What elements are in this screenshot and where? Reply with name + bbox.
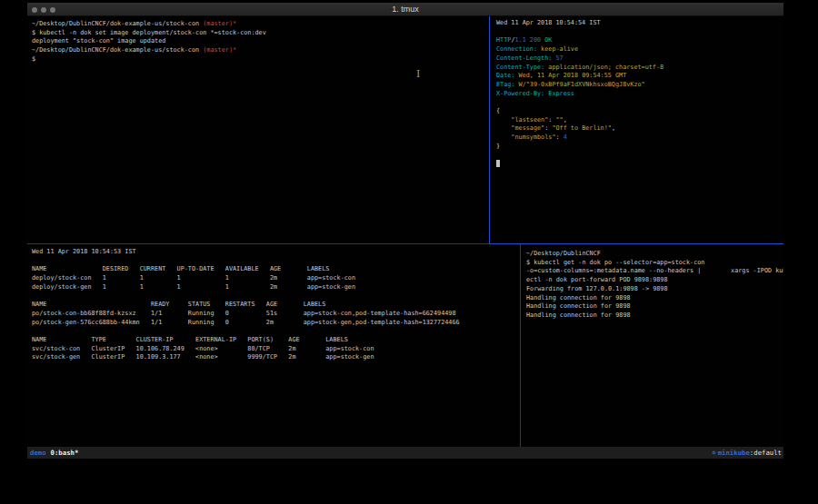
terminal-text: po/stock-gen-576cc688bb-44kmn 1/1 Runnin… — [32, 319, 460, 326]
terminal-text: svc/stock-gen ClusterIP 10.109.3.177 <no… — [32, 353, 374, 361]
terminal-line — [496, 28, 783, 37]
terminal-line: HTTP/1.1 200 OK — [496, 36, 783, 45]
mouse-text-cursor-icon: I — [416, 68, 420, 80]
terminal-cursor — [496, 160, 500, 167]
terminal-text: "lastseen" — [496, 116, 548, 124]
terminal-line — [32, 257, 520, 266]
terminal-line: X-Powered-By: Express — [496, 90, 783, 99]
terminal-line: Handling connection for 9898 — [526, 302, 783, 311]
terminal-text: , — [612, 124, 615, 132]
terminal-text: application/json; charset=utf-8 — [548, 64, 663, 71]
terminal-line: $ kubectl -n dok set image deployment/st… — [32, 29, 489, 38]
terminal-text: deploy/stock-gen 1 1 1 1 2m app=stock-ge… — [32, 283, 355, 291]
terminal-line: Date: Wed, 11 Apr 2018 09:54:55 GMT — [496, 72, 783, 81]
terminal-line: Content-Length: 57 — [496, 54, 783, 64]
terminal-text: Handling connection for 9898 — [526, 294, 631, 301]
terminal-text: po/stock-con-bb68f88fd-kzsxz 1/1 Running… — [32, 310, 456, 317]
terminal-line: ETag: W/"39-0xBPf9aF1dXVNkhsxoBQgJ8vKzo" — [496, 81, 783, 90]
terminal-line: deploy/stock-con 1 1 1 1 2m app=stock-co… — [32, 274, 520, 283]
terminal-text: Content-Length: — [496, 54, 552, 62]
terminal-line — [496, 152, 783, 161]
terminal-text: "" — [555, 116, 563, 124]
terminal-text: "numsymbols" — [496, 133, 555, 141]
pane-port-forward[interactable]: ~/Desktop/DublinCNCF$ kubectl get -n dok… — [521, 244, 783, 447]
terminal-text: ~/Desktop/DublinCNCF/dok-example-us/stoc… — [32, 46, 203, 54]
terminal-text: 57 — [555, 54, 563, 62]
terminal-text: { — [496, 107, 500, 114]
terminal-text: OK — [544, 36, 552, 44]
terminal-text: deploy/stock-con 1 1 1 1 2m app=stock-co… — [32, 274, 355, 282]
window-tab-bash[interactable]: 0:bash* — [51, 447, 79, 459]
terminal-line: "lastseen": "", — [496, 116, 783, 125]
terminal-text: Date: — [496, 72, 514, 79]
terminal-text: , — [564, 116, 567, 124]
terminal-text: svc/stock-con ClusterIP 10.106.78.249 <n… — [32, 345, 374, 352]
kube-namespace-label: :default — [750, 447, 782, 459]
terminal-text: ectl -n dok port-forward POD 9898:9898 — [526, 276, 668, 283]
terminal-line: ~/Desktop/DublinCNCF/dok-example-us/stoc… — [32, 20, 489, 29]
terminal-line: deploy/stock-gen 1 1 1 1 2m app=stock-ge… — [32, 283, 520, 292]
terminal-line: svc/stock-gen ClusterIP 10.109.3.177 <no… — [32, 353, 520, 362]
terminal-line: Wed 11 Apr 2018 10:54:53 IST — [32, 248, 520, 257]
desktop-background: 1. tmux ~/Desktop/DublinCNCF/dok-example… — [0, 0, 818, 504]
terminal-text: Wed 11 Apr 2018 10:54:53 IST — [32, 248, 136, 255]
window-titlebar[interactable]: 1. tmux — [27, 3, 783, 16]
tmux-status-bar: demo 0:bash* ☸ minikube :default — [27, 447, 783, 459]
terminal-line: Forwarding from 127.0.0.1:9898 -> 9898 — [526, 285, 783, 294]
terminal-line — [32, 292, 520, 301]
terminal-line: "message": "Off to Berlin!", — [496, 124, 783, 133]
terminal-line: svc/stock-con ClusterIP 10.106.78.249 <n… — [32, 345, 520, 354]
terminal-text: X-Powered-By: — [496, 90, 544, 97]
session-name: demo — [30, 447, 46, 459]
terminal-text: ETag: — [496, 81, 514, 88]
terminal-line: deployment "stock-con" image updated — [32, 37, 489, 46]
terminal-text: Handling connection for 9898 — [526, 311, 631, 319]
terminal-line: NAME DESIRED CURRENT UP-TO-DATE AVAILABL… — [32, 265, 520, 274]
terminal-text: HTTP — [496, 36, 511, 44]
terminal-text: Handling connection for 9898 — [526, 302, 631, 310]
pane-border-vertical-bottom[interactable] — [520, 244, 521, 447]
terminal-line: { — [496, 107, 783, 116]
pane-border-vertical-top[interactable] — [489, 16, 490, 244]
terminal-text: } — [496, 143, 500, 150]
window-title: 1. tmux — [27, 3, 783, 16]
pane-border-horizontal-right-active[interactable] — [490, 243, 783, 244]
terminal-text: Connection: — [496, 45, 537, 53]
terminal-text: (master)* — [203, 20, 236, 27]
pane-http-response[interactable]: Wed 11 Apr 2018 10:54:54 IST HTTP/1.1 20… — [490, 16, 783, 243]
terminal-text: : — [555, 133, 563, 141]
terminal-text: $ kubectl -n dok set image deployment/st… — [32, 29, 266, 36]
pane-kubectl-get-watch[interactable]: Wed 11 Apr 2018 10:54:53 IST NAME DESIRE… — [27, 244, 520, 447]
terminal-line: Content-Type: application/json; charset=… — [496, 64, 783, 73]
terminal-line: po/stock-gen-576cc688bb-44kmn 1/1 Runnin… — [32, 319, 520, 328]
terminal-text: -o=custom-columns=:metadata.name --no-he… — [526, 267, 783, 274]
pane-border-horizontal-left[interactable] — [27, 243, 490, 244]
terminal-text: ~/Desktop/DublinCNCF/dok-example-us/stoc… — [32, 20, 203, 27]
terminal-line: Wed 11 Apr 2018 10:54:54 IST — [496, 19, 783, 28]
terminal-text: "message" — [496, 124, 544, 132]
terminal-text: (master)* — [203, 46, 236, 54]
terminal-line: $ — [32, 55, 489, 64]
terminal-text: Wed, 11 Apr 2018 09:54:55 GMT — [519, 72, 627, 79]
terminal-text: "Off to Berlin!" — [552, 124, 611, 132]
tmux-session: ~/Desktop/DublinCNCF/dok-example-us/stoc… — [27, 16, 783, 447]
terminal-window: 1. tmux ~/Desktop/DublinCNCF/dok-example… — [27, 3, 783, 459]
pane-shell-kubectl-set-image[interactable]: ~/Desktop/DublinCNCF/dok-example-us/stoc… — [27, 16, 489, 243]
terminal-text: ~/Desktop/DublinCNCF — [526, 250, 601, 257]
terminal-text: 1.1 200 — [514, 36, 541, 44]
terminal-text: $ — [32, 55, 35, 63]
terminal-text: $ kubectl get -n dok po --selector=app=s… — [526, 259, 704, 266]
terminal-line: NAME READY STATUS RESTARTS AGE LABELS — [32, 301, 520, 310]
terminal-text: W/"39-0xBPf9aF1dXVNkhsxoBQgJ8vKzo" — [519, 81, 645, 88]
terminal-line — [496, 98, 783, 107]
terminal-line: Connection: keep-alive — [496, 45, 783, 54]
terminal-line — [496, 160, 783, 169]
kubernetes-helm-icon: ☸ — [712, 447, 715, 459]
terminal-line: po/stock-con-bb68f88fd-kzsxz 1/1 Running… — [32, 310, 520, 319]
terminal-line: "numsymbols": 4 — [496, 133, 783, 143]
terminal-line — [32, 327, 520, 336]
terminal-line: -o=custom-columns=:metadata.name --no-he… — [526, 267, 783, 276]
terminal-text: NAME TYPE CLUSTER-IP EXTERNAL-IP PORT(S)… — [32, 336, 348, 343]
terminal-text: NAME READY STATUS RESTARTS AGE LABELS — [32, 301, 325, 308]
terminal-line: ~/Desktop/DublinCNCF — [526, 250, 783, 259]
